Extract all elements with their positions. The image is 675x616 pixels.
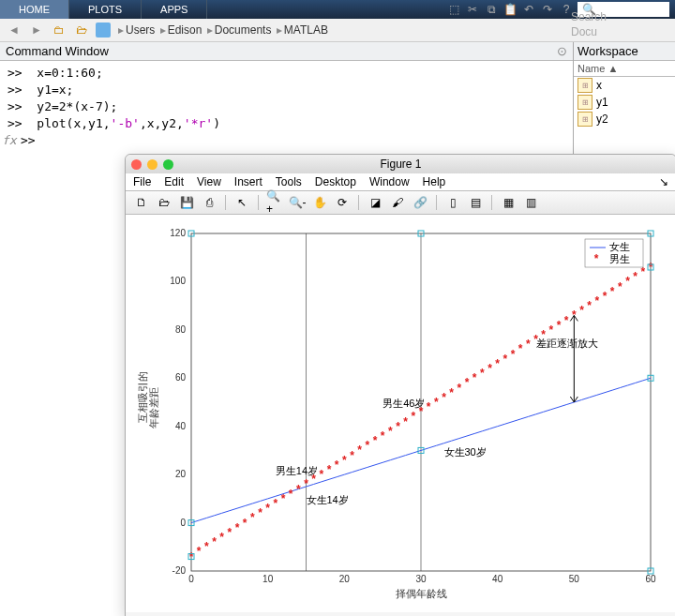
svg-text:*: * [365, 439, 369, 452]
data-cursor-icon[interactable]: ◪ [367, 194, 383, 211]
svg-text:-20: -20 [172, 565, 187, 576]
svg-text:*: * [289, 488, 293, 501]
link-icon[interactable]: 🔗 [412, 194, 428, 211]
maximize-icon[interactable] [163, 159, 173, 170]
tab-plots[interactable]: PLOTS [69, 0, 142, 19]
svg-text:男生: 男生 [609, 253, 630, 264]
paste-icon[interactable]: 📋 [502, 2, 518, 17]
pane-menu-icon[interactable]: ⊙ [557, 44, 567, 58]
cmd-line: >> y1=x; [8, 82, 565, 98]
workspace-var[interactable]: ⊞x [574, 77, 675, 94]
svg-text:100: 100 [170, 276, 186, 286]
svg-text:*: * [603, 290, 608, 303]
menu-file[interactable]: File [133, 175, 151, 188]
svg-text:*: * [480, 367, 485, 380]
svg-text:*: * [396, 420, 400, 433]
minimize-icon[interactable] [147, 159, 158, 170]
svg-text:*: * [212, 535, 217, 548]
breadcrumb[interactable]: ▸Users ▸Edison ▸Documents ▸MATLAB [116, 23, 328, 37]
brush-icon[interactable]: 🖌 [389, 194, 406, 211]
workspace-header-name[interactable]: Name ▲ [574, 61, 675, 77]
menu-desktop[interactable]: Desktop [315, 175, 356, 188]
menu-help[interactable]: Help [423, 175, 446, 188]
svg-text:*: * [434, 396, 439, 409]
svg-text:*: * [235, 521, 240, 534]
svg-text:*: * [219, 531, 224, 544]
svg-text:*: * [250, 511, 255, 524]
print-icon[interactable]: ⎙ [201, 194, 218, 211]
svg-text:*: * [304, 477, 308, 490]
workspace-var[interactable]: ⊞y2 [574, 111, 675, 128]
quick-access-bar: ⬚ ✂ ⧉ 📋 ↶ ↷ ? 🔍Search Docu [446, 2, 675, 17]
svg-text:*: * [273, 497, 278, 510]
main-toolbar: HOME PLOTS APPS ⬚ ✂ ⧉ 📋 ↶ ↷ ? 🔍Search Do… [0, 0, 675, 19]
cut-icon[interactable]: ✂ [465, 2, 480, 17]
svg-text:120: 120 [170, 228, 186, 238]
menu-insert[interactable]: Insert [234, 175, 262, 188]
svg-text:40: 40 [175, 421, 187, 431]
window-controls [131, 159, 173, 170]
cmd-prompt[interactable]: fx>> [8, 132, 565, 149]
close-icon[interactable] [131, 159, 142, 170]
redo-icon[interactable]: ↷ [540, 2, 555, 17]
undo-icon[interactable]: ↶ [521, 2, 536, 17]
back-icon[interactable]: ◄ [6, 22, 22, 38]
menu-tools[interactable]: Tools [276, 175, 302, 188]
open-icon[interactable]: 🗁 [156, 194, 172, 211]
plot-tools-icon[interactable]: ▥ [522, 194, 539, 211]
menu-window[interactable]: Window [369, 175, 410, 188]
svg-text:10: 10 [262, 574, 274, 584]
new-figure-icon[interactable]: 🗋 [133, 194, 150, 211]
tab-apps[interactable]: APPS [142, 0, 207, 19]
svg-text:*: * [610, 285, 615, 298]
copy-icon[interactable]: ⧉ [484, 2, 499, 17]
zoom-in-icon[interactable]: 🔍+ [266, 194, 283, 211]
folder-icon[interactable] [96, 23, 111, 38]
menu-chevron-icon[interactable]: ↘ [659, 175, 668, 188]
svg-text:*: * [350, 449, 354, 462]
cmd-line: >> plot(x,y1,'-b',x,y2,'*r') [8, 115, 565, 132]
svg-text:*: * [281, 492, 286, 505]
svg-text:*: * [204, 540, 209, 553]
save-icon[interactable]: 💾 [178, 194, 195, 211]
annotation-icon[interactable]: ▦ [500, 194, 517, 211]
svg-text:*: * [381, 429, 385, 443]
variable-icon: ⊞ [578, 112, 592, 127]
svg-text:*: * [511, 348, 516, 361]
svg-text:男生14岁: 男生14岁 [276, 465, 318, 476]
svg-text:60: 60 [175, 372, 187, 383]
figure-window: Figure 1 File Edit View Insert Tools Des… [125, 154, 675, 616]
legend-icon[interactable]: ▤ [467, 194, 484, 211]
forward-icon[interactable]: ► [28, 22, 45, 38]
zoom-out-icon[interactable]: 🔍- [289, 194, 306, 211]
svg-text:*: * [618, 280, 622, 293]
menu-edit[interactable]: Edit [164, 175, 184, 188]
figure-titlebar[interactable]: Figure 1 [126, 155, 675, 173]
up-folder-icon[interactable]: 🗀 [51, 22, 68, 38]
rotate-icon[interactable]: ⟳ [334, 194, 351, 211]
svg-text:*: * [227, 526, 232, 539]
svg-text:*: * [342, 454, 347, 467]
svg-text:*: * [335, 458, 339, 472]
workspace-var[interactable]: ⊞y1 [574, 94, 675, 111]
svg-text:*: * [258, 506, 262, 519]
svg-text:*: * [548, 323, 553, 337]
menu-view[interactable]: View [197, 175, 221, 188]
pan-icon[interactable]: ✋ [311, 194, 328, 211]
svg-text:*: * [243, 517, 248, 530]
svg-text:*: * [633, 270, 638, 283]
search-input[interactable]: 🔍Search Docu [578, 2, 669, 17]
plot-axes[interactable]: 0102030405060-20020406080100120择偶年龄线互相吸引… [126, 215, 675, 612]
figure-title: Figure 1 [380, 158, 421, 171]
save-icon[interactable]: ⬚ [446, 2, 461, 17]
svg-text:*: * [495, 357, 500, 370]
pointer-icon[interactable]: ↖ [233, 194, 250, 211]
tab-home[interactable]: HOME [0, 0, 69, 19]
cmd-line: >> y2=2*(x-7); [8, 98, 565, 115]
figure-menubar: File Edit View Insert Tools Desktop Wind… [126, 173, 675, 191]
svg-text:*: * [403, 415, 408, 428]
colorbar-icon[interactable]: ▯ [444, 194, 461, 211]
browse-folder-icon[interactable]: 🗁 [73, 22, 90, 38]
svg-text:50: 50 [569, 574, 580, 584]
svg-text:男生46岁: 男生46岁 [382, 398, 425, 409]
